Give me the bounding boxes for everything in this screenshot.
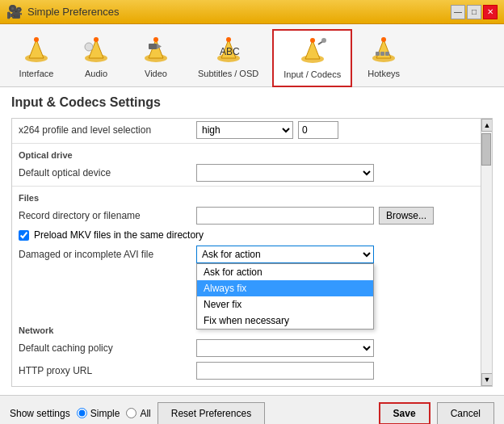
title-bar: 🎥 Simple Preferences — □ ✕ xyxy=(0,0,504,24)
settings-area: x264 profile and level selection high ma… xyxy=(11,118,493,387)
caching-row: Default caching policy xyxy=(12,337,481,359)
proxy-label: HTTP proxy URL xyxy=(19,365,196,376)
svg-point-6 xyxy=(85,43,93,51)
svg-rect-25 xyxy=(380,52,384,56)
preload-label: Preload MKV files in the same directory xyxy=(34,229,204,241)
option-never-fix[interactable]: Never fix xyxy=(197,296,373,313)
window-controls: — □ ✕ xyxy=(451,5,498,19)
record-label: Record directory or filename xyxy=(19,210,196,221)
input-icon xyxy=(296,36,329,68)
show-settings-group: Show settings Simple All Reset Preferenc… xyxy=(10,402,265,425)
files-section-label: Files xyxy=(12,188,481,204)
audio-icon xyxy=(80,35,112,67)
input-label: Input / Codecs xyxy=(284,69,341,79)
x264-profile-select[interactable]: high main baseline xyxy=(196,121,293,139)
svg-rect-10 xyxy=(149,44,157,49)
show-simple-option[interactable]: Simple xyxy=(77,408,120,419)
nav-interface[interactable]: Interface xyxy=(8,29,65,86)
damaged-avi-select[interactable]: Ask for action xyxy=(196,246,374,263)
nav-input[interactable]: Input / Codecs xyxy=(272,29,352,87)
optical-device-select[interactable] xyxy=(196,164,374,182)
record-control: Browse... xyxy=(196,207,474,225)
optical-device-row: Default optical device xyxy=(12,162,481,184)
bottom-bar: Show settings Simple All Reset Preferenc… xyxy=(0,395,504,424)
scrollbar-up-button[interactable]: ▲ xyxy=(481,119,493,132)
show-all-radio[interactable] xyxy=(126,408,136,418)
svg-rect-24 xyxy=(376,52,380,56)
interface-icon xyxy=(20,35,52,67)
main-content: Input & Codecs Settings x264 profile and… xyxy=(0,87,504,395)
caching-control xyxy=(196,339,474,357)
audio-label: Audio xyxy=(85,69,107,78)
svg-point-9 xyxy=(153,37,158,42)
video-icon xyxy=(140,35,172,67)
svg-point-18 xyxy=(310,38,315,43)
interface-label: Interface xyxy=(19,69,54,78)
scrollbar-track[interactable]: ▲ ▼ xyxy=(481,119,492,386)
svg-point-23 xyxy=(381,37,386,42)
svg-point-14 xyxy=(226,37,231,42)
option-fix-when-necessary[interactable]: Fix when necessary xyxy=(197,313,373,329)
damaged-avi-dropdown-container: Ask for action Ask for action Always fix… xyxy=(196,246,374,263)
svg-rect-26 xyxy=(385,52,389,56)
navigation-bar: Interface Audio Video ABC Subtitles / OS… xyxy=(0,24,504,87)
nav-hotkeys[interactable]: Hotkeys xyxy=(355,29,412,86)
damaged-avi-label: Damaged or incomplete AVI file xyxy=(19,249,196,260)
browse-button[interactable]: Browse... xyxy=(379,207,434,225)
show-all-label: All xyxy=(140,408,150,419)
save-button[interactable]: Save xyxy=(379,402,430,425)
hotkeys-label: Hotkeys xyxy=(368,69,400,78)
x264-row: x264 profile and level selection high ma… xyxy=(12,119,481,141)
show-settings-label: Show settings xyxy=(10,408,70,419)
window-title: Simple Preferences xyxy=(27,6,119,18)
subtitles-label: Subtitles / OSD xyxy=(198,69,258,78)
svg-marker-17 xyxy=(305,40,320,59)
page-title: Input & Codecs Settings xyxy=(11,95,493,110)
nav-audio[interactable]: Audio xyxy=(68,29,124,86)
scrollbar-thumb[interactable] xyxy=(481,133,491,166)
scrollbar-down-button[interactable]: ▼ xyxy=(481,373,493,386)
preload-checkbox[interactable] xyxy=(19,230,29,241)
nav-video[interactable]: Video xyxy=(128,29,184,86)
damaged-avi-control: Ask for action Ask for action Always fix… xyxy=(196,246,474,263)
svg-point-2 xyxy=(34,37,39,42)
cancel-button[interactable]: Cancel xyxy=(437,402,494,425)
maximize-button[interactable]: □ xyxy=(467,5,481,19)
transport-control: HTTP (default) RTP over RTSP (TCP) xyxy=(196,384,474,387)
app-icon: 🎥 xyxy=(6,4,23,19)
optical-device-label: Default optical device xyxy=(19,167,196,178)
svg-point-5 xyxy=(94,37,99,42)
proxy-control xyxy=(196,362,474,380)
caching-label: Default caching policy xyxy=(19,342,196,354)
svg-point-20 xyxy=(321,38,326,43)
damaged-avi-row: Damaged or incomplete AVI file Ask for a… xyxy=(12,243,481,266)
subtitles-icon: ABC xyxy=(212,35,245,67)
svg-marker-1 xyxy=(29,40,44,58)
show-simple-radio[interactable] xyxy=(77,408,87,418)
optical-section-label: Optical drive xyxy=(12,145,481,162)
video-label: Video xyxy=(145,69,167,78)
damaged-avi-dropdown-list: Ask for action Always fix Never fix Fix … xyxy=(196,263,374,330)
dialog-buttons: Save Cancel xyxy=(379,402,494,425)
optical-device-control xyxy=(196,164,474,182)
transport-row: Live555 stream transport HTTP (default) … xyxy=(12,382,481,387)
close-button[interactable]: ✕ xyxy=(483,5,498,19)
hotkeys-icon xyxy=(368,35,400,67)
show-all-option[interactable]: All xyxy=(126,408,150,419)
caching-select[interactable] xyxy=(196,339,374,357)
record-input[interactable] xyxy=(196,207,374,225)
nav-subtitles[interactable]: ABC Subtitles / OSD xyxy=(187,29,269,86)
option-ask-for-action[interactable]: Ask for action xyxy=(197,264,373,280)
x264-label: x264 profile and level selection xyxy=(19,124,196,136)
record-row: Record directory or filename Browse... xyxy=(12,204,481,227)
preload-row: Preload MKV files in the same directory xyxy=(12,227,481,243)
x264-control: high main baseline xyxy=(196,121,474,139)
reset-preferences-button[interactable]: Reset Preferences xyxy=(158,402,265,425)
show-simple-label: Simple xyxy=(90,408,120,419)
minimize-button[interactable]: — xyxy=(451,5,465,19)
svg-text:ABC: ABC xyxy=(220,46,240,57)
x264-level-input[interactable] xyxy=(298,121,338,139)
option-always-fix[interactable]: Always fix xyxy=(197,280,373,296)
proxy-row: HTTP proxy URL xyxy=(12,359,481,382)
proxy-input[interactable] xyxy=(196,362,374,380)
